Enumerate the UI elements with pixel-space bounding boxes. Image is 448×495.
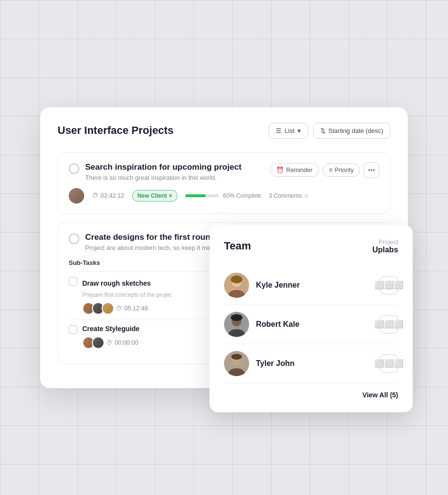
team-member-2: Robert Kale ⬜⬜⬜	[224, 305, 398, 344]
subtask1-avatar-3	[102, 302, 114, 315]
subtask1-desc: Prepare first concepts of the projec	[82, 291, 203, 298]
timer-icon: ⏱	[92, 192, 98, 199]
sort-button[interactable]: ⇅ Starting date (desc)	[313, 123, 390, 139]
subtask1-checkbox[interactable]	[69, 277, 77, 286]
task-card-1: Search inspiration for upcoming project …	[58, 152, 390, 214]
subtask1-timer: ⏱ 05:12:48	[116, 305, 148, 312]
team-member-2-chat-button[interactable]: ⬜⬜⬜	[380, 315, 398, 334]
task1-timer: ⏱ 02:42:12	[92, 192, 124, 199]
task1-meta: ⏱ 02:42:12 New Client × 60% Complete	[69, 188, 379, 204]
task1-comments: 3 Comments ○	[269, 192, 309, 200]
team-avatar-1	[224, 273, 249, 298]
task1-info: Search inspiration for upcoming project …	[85, 162, 241, 181]
reminder-icon: ⏰	[276, 166, 284, 174]
project-label: Project	[373, 238, 398, 246]
header-controls: ☰ List ▾ ⇅ Starting date (desc)	[269, 123, 390, 139]
task1-header: Search inspiration for upcoming project …	[69, 162, 379, 181]
subtask2-title: Create Styleguide	[82, 325, 139, 333]
subtask2-avatars	[82, 336, 102, 349]
tag-close-icon[interactable]: ×	[169, 192, 172, 199]
task1-checkbox[interactable]	[69, 163, 79, 174]
view-all-button[interactable]: View All (5)	[224, 391, 398, 399]
page-header: User Interface Projects ☰ List ▾ ⇅ Start…	[58, 123, 390, 139]
project-info: Project Uplabs	[373, 238, 398, 254]
svg-point-2	[231, 276, 242, 283]
task1-priority-button[interactable]: ≡ Priority	[323, 163, 360, 177]
timer-icon-2: ⏱	[116, 305, 122, 312]
progress-text: 60% Complete	[223, 192, 261, 199]
timer-icon-3: ⏱	[106, 339, 112, 346]
subtask1-title: Draw rough sketches	[82, 279, 151, 287]
team-member-1-name: Kyle Jenner	[256, 281, 373, 290]
sort-icon: ⇅	[320, 127, 326, 134]
team-member-3-chat-button[interactable]: ⬜⬜⬜	[380, 354, 398, 373]
chat-icon-2: ⬜⬜⬜	[374, 320, 403, 329]
project-name: Uplabs	[373, 246, 398, 254]
task1-progress: 60% Complete	[185, 192, 261, 199]
task1-actions: ⏰ Reminder ≡ Priority •••	[270, 162, 379, 178]
subtask2-checkbox[interactable]	[69, 325, 77, 334]
task1-title: Search inspiration for upcoming project	[85, 162, 241, 172]
team-avatar-2	[224, 312, 249, 337]
priority-icon: ≡	[329, 167, 332, 174]
subtask1-avatars	[82, 302, 111, 315]
list-icon: ☰	[276, 127, 282, 134]
task1-avatar	[69, 188, 84, 204]
team-member-3: Tyler John ⬜⬜⬜	[224, 344, 398, 383]
chat-icon-1: ⬜⬜⬜	[374, 280, 403, 290]
comment-icon: ○	[304, 192, 308, 200]
task1-desc: There is so much great inspiration in th…	[85, 174, 241, 181]
svg-point-5	[231, 314, 242, 321]
svg-point-8	[231, 354, 242, 360]
subtask2-timer: ⏱ 00:00:00	[106, 339, 138, 346]
team-panel-header: Team Project Uplabs	[224, 238, 398, 254]
team-panel-title: Team	[224, 240, 251, 252]
team-member-1-chat-button[interactable]: ⬜⬜⬜	[380, 276, 398, 294]
task1-reminder-button[interactable]: ⏰ Reminder	[270, 163, 319, 177]
team-member-1: Kyle Jenner ⬜⬜⬜	[224, 266, 398, 305]
dots-icon: •••	[368, 166, 375, 174]
team-panel: Team Project Uplabs Kyle Jenner ⬜⬜⬜	[209, 225, 413, 412]
chat-icon-3: ⬜⬜⬜	[374, 359, 403, 368]
list-view-button[interactable]: ☰ List ▾	[269, 123, 308, 139]
progress-bar	[185, 194, 219, 197]
task1-tag: New Client ×	[132, 190, 178, 202]
team-member-3-name: Tyler John	[256, 359, 373, 368]
team-member-2-name: Robert Kale	[256, 320, 373, 329]
chevron-down-icon: ▾	[298, 127, 301, 134]
task2-checkbox[interactable]	[69, 233, 79, 244]
task1-left: Search inspiration for upcoming project …	[69, 162, 241, 181]
subtask2-avatar-2	[92, 336, 105, 349]
task1-more-button[interactable]: •••	[364, 162, 379, 178]
progress-fill	[185, 194, 206, 197]
page-title: User Interface Projects	[58, 124, 174, 137]
team-avatar-3	[224, 351, 249, 376]
